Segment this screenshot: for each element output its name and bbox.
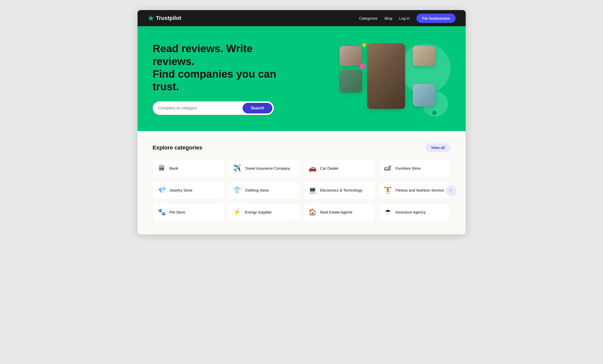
hero-title: Read reviews. Write reviews. Find compan…: [153, 42, 279, 93]
pet-store-icon: 🐾: [158, 208, 166, 216]
electronics-icon: 💻: [308, 186, 317, 194]
view-all-button[interactable]: View all: [426, 143, 451, 152]
category-card-furniture-store[interactable]: 🛋 Furniture Store: [379, 159, 451, 177]
real-estate-icon: 🏠: [308, 208, 317, 216]
category-card-insurance-agency[interactable]: ☂ Insurance Agency: [379, 203, 451, 221]
nav-categories[interactable]: Categories: [359, 16, 378, 20]
hero-title-line2: Find companies you can trust.: [153, 68, 276, 93]
categories-header: Explore categories View all: [153, 143, 451, 152]
deco-star-icon: ★: [361, 41, 367, 49]
energy-supplier-icon: ⚡: [233, 208, 241, 216]
logo-star-icon: ★: [148, 14, 154, 22]
clothing-store-icon: 👕: [233, 186, 241, 194]
category-card-jewelry-store[interactable]: 💎 Jewelry Store: [153, 181, 225, 199]
categories-section: Explore categories View all 🏛 Bank ✈️ Tr…: [138, 131, 466, 234]
category-card-travel-insurance[interactable]: ✈️ Travel Insurance Company: [228, 159, 300, 177]
category-card-electronics[interactable]: 💻 Electronics & Technology: [303, 181, 375, 199]
search-bar: Search: [153, 101, 274, 115]
electronics-label: Electronics & Technology: [320, 188, 362, 192]
car-dealer-label: Car Dealer: [320, 166, 339, 170]
carousel-next-button[interactable]: ›: [446, 186, 456, 195]
jewelry-store-label: Jewelry Store: [170, 188, 193, 192]
insurance-agency-label: Insurance Agency: [396, 210, 426, 214]
hero-illustration: ★: [334, 38, 451, 119]
insurance-agency-icon: ☂: [383, 208, 392, 216]
nav-login[interactable]: Log in: [399, 16, 410, 20]
travel-insurance-label: Travel Insurance Company: [245, 166, 290, 170]
category-card-real-estate[interactable]: 🏠 Real Estate Agents: [303, 203, 375, 221]
deco-dot-green: [432, 111, 437, 115]
photo-card-bottomleft: [339, 70, 362, 93]
real-estate-label: Real Estate Agents: [320, 210, 353, 214]
nav-blog[interactable]: Blog: [385, 16, 392, 20]
photo-card-bottomright: [413, 84, 435, 106]
for-businesses-button[interactable]: For businesses: [416, 14, 455, 23]
hero-title-line1: Read reviews. Write reviews.: [153, 43, 253, 67]
photo-card-topleft: [339, 46, 362, 66]
logo-text: Trustpilot: [156, 15, 181, 21]
travel-insurance-icon: ✈️: [233, 164, 241, 172]
jewelry-store-icon: 💎: [158, 186, 166, 194]
fitness-label: Fitness and Nutrition Service: [396, 188, 444, 192]
category-card-fitness[interactable]: 🏋 Fitness and Nutrition Service: [379, 181, 451, 199]
fitness-icon: 🏋: [383, 186, 392, 194]
clothing-store-label: Clothing Store: [245, 188, 269, 192]
search-button[interactable]: Search: [243, 103, 272, 113]
category-card-clothing-store[interactable]: 👕 Clothing Store: [228, 181, 300, 199]
bank-label: Bank: [170, 166, 178, 170]
furniture-store-label: Furniture Store: [396, 166, 421, 170]
navbar: ★ Trustpilot Categories Blog Log in For …: [138, 10, 466, 26]
photo-card-topright: [413, 46, 435, 66]
furniture-store-icon: 🛋: [383, 164, 392, 172]
categories-title: Explore categories: [153, 144, 202, 151]
search-input[interactable]: [158, 106, 243, 110]
deco-dot-pink: [360, 64, 365, 69]
photo-card-main: [367, 43, 405, 109]
category-card-energy-supplier[interactable]: ⚡ Energy Supplier: [228, 203, 300, 221]
category-card-bank[interactable]: 🏛 Bank: [153, 159, 225, 177]
categories-grid: 🏛 Bank ✈️ Travel Insurance Company 🚗 Car…: [153, 159, 451, 221]
browser-window: ★ Trustpilot Categories Blog Log in For …: [138, 10, 466, 234]
hero-content: Read reviews. Write reviews. Find compan…: [153, 42, 279, 115]
hero-section: Read reviews. Write reviews. Find compan…: [138, 26, 466, 131]
category-card-pet-store[interactable]: 🐾 Pet Store: [153, 203, 225, 221]
category-card-car-dealer[interactable]: 🚗 Car Dealer: [303, 159, 375, 177]
energy-supplier-label: Energy Supplier: [245, 210, 272, 214]
bank-icon: 🏛: [158, 164, 166, 172]
logo[interactable]: ★ Trustpilot: [148, 14, 181, 22]
photo-collage: ★: [334, 38, 451, 119]
nav-links: Categories Blog Log in For businesses: [359, 14, 456, 23]
pet-store-label: Pet Store: [170, 210, 186, 214]
car-dealer-icon: 🚗: [308, 164, 317, 172]
